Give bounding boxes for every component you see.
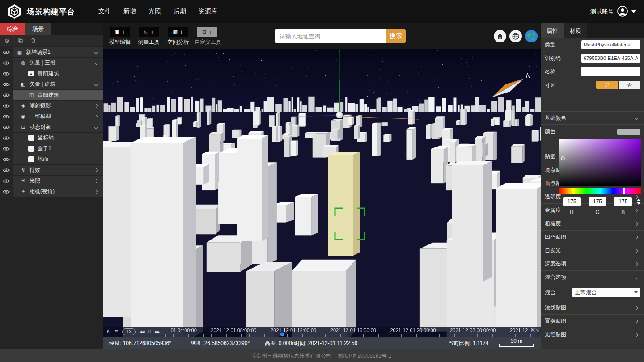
material-name-input[interactable] [581,67,640,76]
material-id-input[interactable] [581,54,640,63]
menu-item-new[interactable]: 新增 [123,8,136,16]
3d-viewport[interactable] [103,49,541,337]
tree-row-camera-view[interactable]: ⌖相机(视角) [0,186,103,197]
section-base-color[interactable]: 基础颜色 [541,111,644,125]
measure-tool-button[interactable]: ◺+ [139,27,159,37]
green-value-input[interactable] [589,197,606,206]
section-displacement-map[interactable]: 置换贴图 [541,314,644,328]
visibility-eye-icon[interactable] [0,165,12,175]
chevron-right-icon[interactable] [94,168,98,172]
hue-slider[interactable] [559,188,641,194]
chevron-right-icon[interactable] [94,179,98,182]
visibility-eye-icon[interactable] [0,58,12,68]
tree-label: 地面 [38,156,48,163]
timeline-ticks[interactable] [165,334,534,337]
section-bump-map[interactable]: 凹凸贴图 [541,230,644,244]
add-icon[interactable]: ⊕ [4,38,10,44]
chevron-down-icon[interactable] [94,82,98,86]
timeline-collapse-icon[interactable]: ⇱⇲ [531,328,539,333]
visibility-eye-icon[interactable] [0,133,12,143]
tree-row-box1[interactable]: 盒子1 [0,143,103,154]
pause-icon[interactable]: ‖ [148,329,151,334]
menu-item-resources[interactable]: 资源库 [199,8,217,16]
timeline-playhead[interactable] [280,333,284,336]
search-button[interactable]: 搜索 [386,29,406,43]
visibility-eye-icon[interactable] [0,90,12,100]
scale-bar-line [499,344,534,347]
chevron-right-icon[interactable] [94,104,98,107]
chevron-down-icon[interactable] [94,61,98,64]
tree-row-dynamic-objects[interactable]: ⊡动态对象 [0,122,103,132]
tree-row-vector-3d[interactable]: ◍矢量 | 三维 [0,58,103,68]
tree-label: 动态对象 [30,123,51,131]
section-light-map[interactable]: 光照贴图 [541,328,644,341]
visibility-eye-icon[interactable] [0,101,12,111]
loop-icon[interactable]: ↻ [106,328,111,335]
visibility-eye-icon[interactable] [0,143,12,154]
section-normal-map[interactable]: 法线贴图 [541,301,644,314]
tree-row-coordinate-axis[interactable]: 坐标轴 [0,133,103,143]
red-value-input[interactable] [563,197,581,206]
visible-yes-button[interactable]: 是 [596,81,618,89]
right-panel: 属性 材质 类型 识别码 名称 可见 是 否 基础颜色 颜色 [541,23,644,349]
blue-value-input[interactable] [614,197,632,206]
custom-tool-button[interactable]: ⊞+ [197,27,217,37]
visibility-eye-icon[interactable] [0,111,12,122]
copy-icon[interactable] [18,38,23,43]
avatar[interactable] [617,6,628,18]
visibility-eye-icon[interactable] [0,47,12,57]
visible-no-button[interactable]: 否 [619,81,640,89]
tree-row-guiyang-imagery[interactable]: ▲贵阳建筑 [0,68,103,79]
speed-button[interactable]: 1X [122,328,136,335]
value-stepper[interactable] [636,199,641,205]
tab-material[interactable]: 材质 [564,23,587,38]
step-back-icon[interactable]: ◀◀ [140,330,144,334]
section-roughness[interactable]: 粗糙度 [541,217,644,230]
hue-slider-handle[interactable] [623,188,625,194]
timeline-list-icon[interactable]: ≡ [115,328,118,335]
material-type-input[interactable] [581,40,640,49]
chevron-down-icon[interactable] [631,10,636,13]
color-swatch[interactable] [617,129,640,135]
menu-item-file[interactable]: 文件 [98,8,111,16]
tree-row-ground[interactable]: 地面 [0,154,103,164]
tree-row-effects[interactable]: ↯特效 [0,165,103,175]
tree-row-guiyang-building[interactable]: ◫贵阳建筑 [0,90,103,100]
model-edit-tool-button[interactable]: ▣+ [110,27,130,37]
tree-row-lighting[interactable]: ☀光照 [0,176,103,186]
chevron-right-icon[interactable] [94,114,98,118]
chevron-down-icon[interactable] [94,125,98,129]
visibility-eye-icon[interactable] [0,154,12,164]
home-view-button[interactable] [494,30,506,42]
tab-scene[interactable]: 场景 [25,23,51,35]
visibility-eye-icon[interactable] [0,176,12,186]
section-emissive[interactable]: 自发光 [541,244,644,257]
wireframe-globe-button[interactable] [509,30,522,42]
tree-row-3d-model[interactable]: ◉三维模型 [0,111,103,122]
oblique-camera-icon: ◈ [20,103,27,108]
tree-row-new-scene-1[interactable]: ▦新增场景1 [0,47,103,57]
section-depth-options[interactable]: 深度选项 [541,257,644,270]
spatial-analysis-tool-button[interactable]: ▩+ [168,27,188,37]
visibility-eye-icon[interactable] [0,122,12,132]
tree-row-oblique-photography[interactable]: ◈倾斜摄影 [0,101,103,111]
delete-icon[interactable] [31,38,36,43]
section-blend-options[interactable]: 混合选项 [541,270,644,284]
tab-comprehensive[interactable]: 综合 [0,23,25,35]
visibility-eye-icon[interactable] [0,68,12,79]
earth-imagery-button[interactable] [525,30,538,42]
saturation-value-area[interactable] [559,139,641,186]
step-forward-icon[interactable]: ▶▶ [155,330,159,334]
menu-item-postprocess[interactable]: 后期 [174,8,186,16]
chevron-down-icon[interactable] [94,50,98,54]
blend-mode-select[interactable]: 正常混合 [572,288,640,297]
tree-row-vector-building[interactable]: ◧矢量 | 建筑 [0,79,103,89]
chevron-right-icon[interactable] [94,189,98,193]
menu-item-lighting[interactable]: 光照 [148,8,161,16]
address-search-input[interactable] [275,29,386,43]
visibility-eye-icon[interactable] [0,186,12,197]
tab-properties[interactable]: 属性 [541,23,564,38]
sv-cursor[interactable] [561,156,565,160]
visibility-eye-icon[interactable] [0,79,12,89]
building-cube-icon: ◧ [20,82,27,87]
